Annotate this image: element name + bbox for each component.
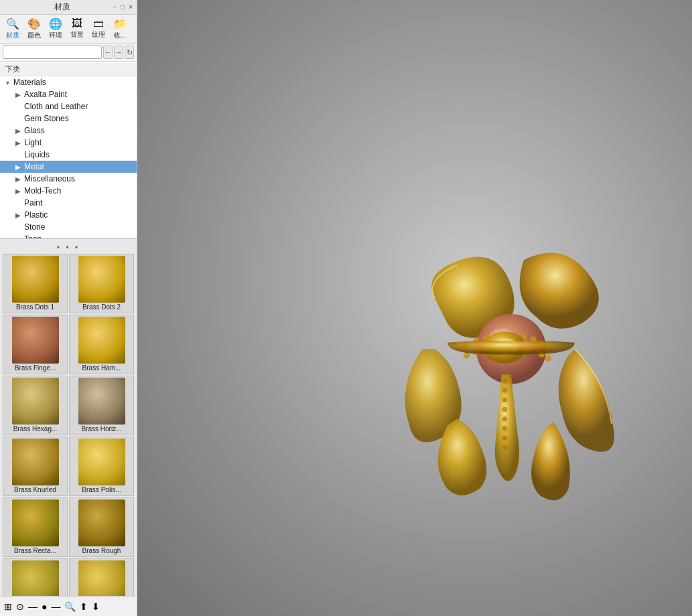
gold-3d-object (384, 214, 638, 516)
restore-button[interactable]: □ (119, 3, 126, 11)
bg-icon: 🖼 (72, 17, 82, 29)
close-button[interactable]: × (127, 3, 134, 11)
dash2-icon[interactable]: — (51, 601, 60, 612)
thumb-image-1 (78, 256, 125, 303)
thumb-label-5: Brass Horiz... (75, 425, 129, 433)
thumb-image-6 (12, 439, 59, 485)
tree-item-cloth-label: Cloth and Leather (24, 102, 88, 111)
tab-collect[interactable]: 📁 收... (110, 16, 130, 42)
thumb-image-11 (78, 560, 125, 596)
tree-item-paint[interactable]: ▶ Paint (0, 197, 137, 209)
search-input[interactable] (3, 46, 102, 59)
tree-item-liquids-label: Liquids (24, 150, 50, 159)
tree-item-liquids[interactable]: ▶ Liquids (0, 149, 137, 161)
tree-item-glass[interactable]: ▶ Glass (0, 125, 137, 137)
tree-item-plastic[interactable]: ▶ Plastic (0, 209, 137, 221)
thumb-cell-10[interactable]: Brass Scratc... (3, 558, 68, 596)
thumb-image-10 (12, 560, 59, 596)
thumb-cell-2[interactable]: Brass Finge... (3, 315, 68, 374)
search-nav-back[interactable]: ← (103, 46, 113, 59)
tree-item-light-label: Light (24, 138, 42, 147)
tree-item-stone[interactable]: ▶ Stone (0, 221, 137, 233)
thumb-image-5 (78, 378, 125, 425)
thumb-label-3: Brass Ham... (75, 364, 129, 372)
thumb-cell-3[interactable]: Brass Ham... (69, 315, 134, 374)
thumb-cell-7[interactable]: Brass Polis... (69, 437, 134, 496)
tree-item-light[interactable]: ▶ Light (0, 137, 137, 149)
tab-color[interactable]: 🎨 颜色 (24, 16, 44, 42)
thumb-image-7 (78, 439, 125, 485)
tab-texture-label: 纹理 (92, 30, 105, 40)
expand-moldtech: ▶ (13, 186, 23, 196)
thumb-cell-6[interactable]: Brass Knurled (3, 437, 68, 496)
tab-bg[interactable]: 🖼 背景 (67, 16, 87, 42)
more-indicator: • • • (3, 242, 134, 254)
search-nav-fwd[interactable]: → (114, 46, 123, 59)
svg-point-15 (545, 356, 551, 362)
search-icon[interactable]: 🔍 (64, 601, 76, 612)
tree-item-misc[interactable]: ▶ Miscellaneous (0, 173, 137, 185)
thumb-cell-4[interactable]: Brass Hexag... (3, 376, 68, 435)
svg-point-22 (502, 426, 508, 431)
download-icon[interactable]: ⬇ (92, 601, 100, 612)
tree-section-label: 下类 (0, 63, 137, 76)
thumb-cell-9[interactable]: Brass Rough (69, 497, 134, 557)
title-bar: 材质 − □ × (0, 0, 137, 15)
left-panel: 材质 − □ × 🔍 材质 🎨 颜色 🌐 环境 🖼 背景 🗃 纹理 📁 (0, 0, 137, 616)
color-icon: 🎨 (27, 17, 41, 30)
grid-view-icon[interactable]: ⊞ (4, 601, 12, 612)
tab-material-label: 材质 (6, 31, 19, 40)
tree-item-cloth[interactable]: ▶ Cloth and Leather (0, 100, 137, 112)
dot-icon[interactable]: ⊙ (16, 601, 24, 612)
expand-metal: ▶ (13, 162, 23, 171)
tree-item-moldtech-label: Mold-Tech (24, 186, 61, 196)
tree-item-axalta-label: Axalta Paint (24, 90, 67, 99)
thumb-image-8 (12, 499, 59, 546)
tab-color-label: 颜色 (27, 31, 41, 40)
tree-item-gems[interactable]: ▶ Gem Stones (0, 112, 137, 125)
thumb-label-2: Brass Finge... (9, 364, 62, 372)
expand-plastic: ▶ (13, 210, 23, 220)
search-refresh[interactable]: ↻ (125, 46, 134, 59)
tree-item-glass-label: Glass (24, 126, 45, 135)
expand-icon-materials: ▾ (3, 78, 12, 87)
thumb-label-7: Brass Polis... (75, 485, 129, 494)
thumb-image-4 (12, 378, 59, 425)
tree-item-moldtech[interactable]: ▶ Mold-Tech (0, 185, 137, 197)
thumb-image-3 (78, 317, 125, 364)
svg-point-18 (502, 388, 508, 393)
thumb-cell-5[interactable]: Brass Horiz... (69, 376, 134, 435)
viewport (137, 0, 692, 616)
tab-env[interactable]: 🌐 环境 (46, 16, 66, 42)
thumb-image-2 (12, 317, 59, 364)
thumb-cell-1[interactable]: Brass Dots 2 (69, 254, 134, 313)
expand-light: ▶ (13, 138, 23, 147)
collect-icon: 📁 (113, 17, 127, 30)
window-title: 材质 (13, 1, 111, 13)
thumb-label-8: Brass Recta... (9, 546, 62, 555)
svg-point-23 (502, 435, 508, 441)
tree-item-axalta[interactable]: ▶ Axalta Paint (0, 88, 137, 100)
thumb-label-1: Brass Dots 2 (75, 303, 129, 311)
material-icon: 🔍 (6, 17, 19, 30)
tree-item-misc-label: Miscellaneous (24, 174, 75, 183)
thumb-image-9 (78, 499, 125, 546)
tree-item-metal[interactable]: ▶ Metal (0, 161, 137, 173)
circle-icon[interactable]: ● (42, 601, 47, 612)
thumb-image-0 (12, 256, 59, 303)
tab-material[interactable]: 🔍 材质 (3, 16, 23, 42)
tree-item-materials-root[interactable]: ▾ Materials (0, 76, 137, 88)
tree-item-metal-label: Metal (24, 162, 44, 171)
thumb-cell-0[interactable]: Brass Dots 1 (3, 254, 68, 313)
minimize-button[interactable]: − (111, 3, 118, 11)
tab-texture[interactable]: 🗃 纹理 (88, 16, 109, 42)
thumb-cell-11[interactable]: Brass Squar... (69, 558, 134, 596)
tab-collect-label: 收... (114, 31, 126, 40)
tab-bg-label: 背景 (70, 30, 84, 40)
upload-icon[interactable]: ⬆ (80, 601, 88, 612)
tree-item-toon[interactable]: ▶ Toon (0, 233, 137, 239)
dash-icon[interactable]: — (28, 601, 38, 612)
svg-point-21 (502, 416, 508, 422)
thumb-cell-8[interactable]: Brass Recta... (3, 497, 68, 557)
svg-point-20 (502, 407, 508, 412)
